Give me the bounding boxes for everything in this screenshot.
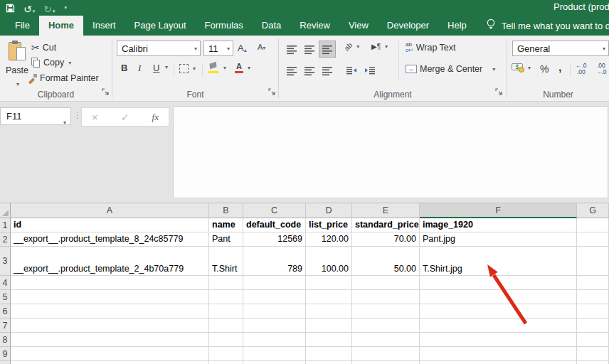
tab-review[interactable]: Review [290, 16, 339, 36]
cell[interactable] [243, 276, 306, 290]
cell[interactable] [420, 318, 577, 333]
cell[interactable] [352, 361, 420, 364]
cell[interactable] [209, 318, 243, 333]
cell[interactable] [306, 361, 352, 364]
cell[interactable] [209, 333, 243, 347]
save-icon[interactable] [6, 3, 15, 13]
tab-developer[interactable]: Developer [378, 16, 438, 36]
cell[interactable] [243, 290, 306, 304]
grow-font-button[interactable]: A▴ [238, 43, 247, 53]
cell-b1[interactable]: name [209, 218, 243, 232]
column-header-b[interactable]: B [209, 203, 243, 218]
row-header-10[interactable] [0, 361, 11, 364]
insert-function-icon[interactable]: fx [152, 112, 159, 123]
decrease-indent-button[interactable] [343, 62, 360, 79]
cell[interactable] [577, 333, 609, 347]
increase-decimal-button[interactable]: ←.0 .00 [576, 63, 587, 75]
cell-e3[interactable]: 50.00 [352, 247, 420, 276]
cell[interactable] [577, 361, 609, 364]
cell[interactable] [209, 276, 243, 290]
tab-home[interactable]: Home [39, 16, 83, 36]
cell-d1[interactable]: list_price [306, 218, 352, 232]
cell[interactable] [306, 318, 352, 333]
cell[interactable] [352, 290, 420, 304]
cell[interactable] [306, 333, 352, 347]
decrease-decimal-button[interactable]: .00 →.0 [595, 63, 607, 75]
chevron-down-icon[interactable]: ▾ [53, 9, 55, 13]
chevron-down-icon[interactable]: ▾ [33, 9, 36, 13]
comma-style-button[interactable]: , [558, 61, 561, 74]
cell-c3[interactable]: 789 [243, 247, 306, 276]
cell[interactable] [420, 347, 577, 361]
cell-f3[interactable]: T.Shirt.jpg [420, 247, 577, 276]
cell[interactable] [11, 276, 209, 290]
merge-center-button[interactable]: ↔ Merge & Center ▾ [406, 64, 495, 74]
cell[interactable] [420, 361, 577, 364]
italic-button[interactable]: I [138, 63, 141, 74]
column-header-d[interactable]: D [306, 203, 352, 218]
font-color-button[interactable]: A ▾ [235, 63, 250, 73]
cell-f2[interactable]: Pant.jpg [420, 232, 577, 247]
cell[interactable] [352, 304, 420, 318]
cell[interactable] [577, 318, 609, 333]
cell[interactable] [243, 361, 306, 364]
chevron-down-icon[interactable]: ▾ [227, 46, 230, 52]
center-button[interactable] [301, 62, 318, 79]
percent-style-button[interactable]: % [540, 63, 549, 75]
cell[interactable] [352, 347, 420, 361]
tab-help[interactable]: Help [438, 16, 476, 36]
cell-b3[interactable]: T.Shirt [209, 247, 243, 276]
font-dialog-launcher-icon[interactable] [268, 85, 275, 98]
tab-insert[interactable]: Insert [83, 16, 125, 36]
format-painter-button[interactable]: Format Painter [28, 73, 99, 83]
underline-dropdown[interactable]: ▾ [164, 64, 168, 70]
cell-a1[interactable]: id [11, 218, 209, 232]
middle-align-button[interactable] [301, 41, 318, 58]
cell[interactable] [577, 276, 609, 290]
cell-b2[interactable]: Pant [209, 232, 243, 247]
cell[interactable] [352, 333, 420, 347]
borders-button[interactable]: ▾ [179, 64, 196, 73]
cut-button[interactable]: ✂ Cut [31, 42, 56, 53]
redo-button[interactable]: ↻▾ [43, 3, 55, 13]
wrap-text-button[interactable]: abc↩ Wrap Text [406, 42, 456, 53]
row-header-9[interactable]: 9 [0, 347, 11, 361]
cell[interactable] [243, 333, 306, 347]
fill-color-button[interactable]: ▾ [208, 63, 226, 73]
copy-button[interactable]: Copy ▾ [31, 58, 71, 68]
align-right-button[interactable] [319, 62, 336, 79]
column-header-g[interactable]: G [577, 203, 609, 218]
alignment-dialog-launcher-icon[interactable] [495, 85, 502, 98]
row-header-1[interactable]: 1 [0, 218, 11, 232]
cancel-icon[interactable]: × [92, 111, 98, 123]
cell[interactable] [306, 304, 352, 318]
cell[interactable] [577, 347, 609, 361]
name-box[interactable]: F11 ▾ [0, 107, 71, 125]
cell[interactable] [243, 318, 306, 333]
cell[interactable] [11, 304, 209, 318]
cell[interactable] [11, 347, 209, 361]
cell[interactable] [577, 247, 609, 276]
select-all-button[interactable] [0, 203, 11, 218]
column-header-e[interactable]: E [352, 203, 420, 218]
tab-formulas[interactable]: Formulas [196, 16, 253, 36]
top-align-button[interactable] [283, 41, 300, 58]
cell[interactable] [11, 361, 209, 364]
cell[interactable] [209, 304, 243, 318]
tell-me-box[interactable]: Tell me what you want to do [486, 16, 609, 36]
font-size-combo[interactable]: 11 ▾ [203, 41, 233, 56]
cell[interactable] [209, 290, 243, 304]
cell[interactable] [577, 218, 609, 232]
bold-button[interactable]: B [121, 63, 127, 73]
row-header-8[interactable]: 8 [0, 333, 11, 347]
column-header-f-selected[interactable]: F [420, 203, 577, 218]
tab-view[interactable]: View [339, 16, 378, 36]
formula-bar-input[interactable] [173, 106, 608, 198]
cell-e2[interactable]: 70.00 [352, 232, 420, 247]
enter-icon[interactable]: ✓ [121, 112, 129, 123]
orientation-button[interactable]: ab▾ [344, 43, 359, 50]
cell[interactable] [420, 333, 577, 347]
chevron-down-icon[interactable]: ▾ [16, 81, 19, 87]
cell-c2[interactable]: 12569 [243, 232, 306, 247]
qat-customize-icon[interactable]: ▾ [65, 5, 68, 11]
